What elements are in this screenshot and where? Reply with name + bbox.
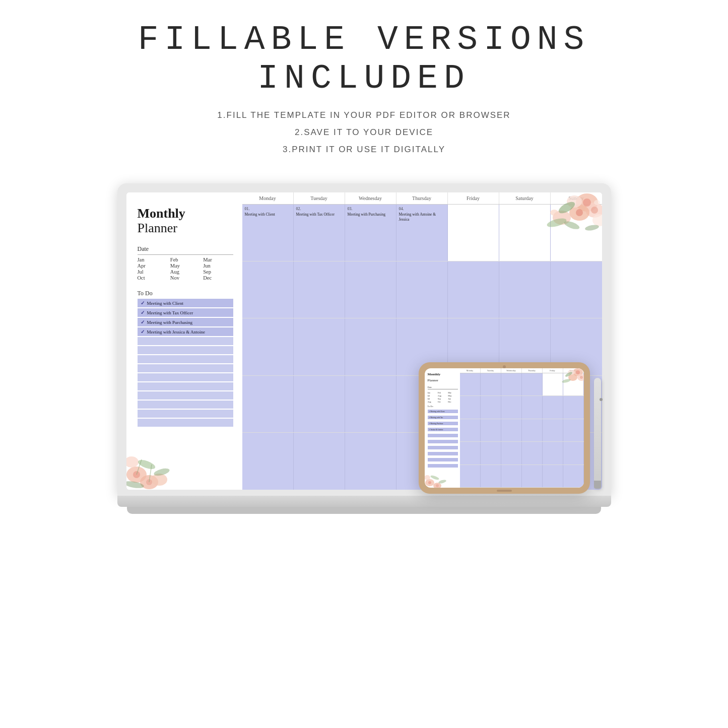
svg-point-7 xyxy=(591,207,598,214)
cal-cell-w2-2[interactable] xyxy=(294,261,345,318)
todo-item-5[interactable] xyxy=(138,337,233,345)
tablet-screen: Monthly Planner Date JanFebMar JulAugMay… xyxy=(425,368,584,488)
cal-cell-w5-1[interactable] xyxy=(242,433,294,490)
day-number: 01. xyxy=(245,207,291,211)
mini-floral-tr xyxy=(559,368,584,388)
month-jan[interactable]: Jan xyxy=(138,257,167,262)
cal-cell-02[interactable]: 02. Meeting with Tax Officer xyxy=(294,205,345,261)
mini-todo-9 xyxy=(428,458,458,461)
month-feb[interactable]: Feb xyxy=(170,257,200,262)
todo-item-11[interactable] xyxy=(138,391,233,400)
month-jun[interactable]: Jun xyxy=(203,263,233,269)
cal-cell-04[interactable]: 04. Meeting with Antoine & Jessica xyxy=(396,205,448,261)
stylus-tip xyxy=(594,481,601,489)
cal-cell-w2-3[interactable] xyxy=(345,261,396,318)
month-jul[interactable]: Jul xyxy=(138,269,167,275)
cal-cell-03[interactable]: 03. Meeting with Purchasing xyxy=(345,205,396,261)
cal-cell-w2-1[interactable] xyxy=(242,261,294,318)
header-wednesday: Wednesday xyxy=(345,192,396,204)
laptop-base xyxy=(117,496,611,507)
todo-item-8[interactable] xyxy=(138,364,233,372)
tablet-home-button xyxy=(497,490,512,492)
month-dec[interactable]: Dec xyxy=(203,275,233,281)
checkmark-icon: ✓ xyxy=(141,319,145,325)
checkmark-icon: ✓ xyxy=(141,329,145,335)
day-number: 02. xyxy=(296,207,342,211)
cal-cell-w2-5[interactable] xyxy=(448,261,499,318)
todo-list: ✓ Meeting with Client ✓ Meeting with Tax… xyxy=(138,299,233,427)
cal-cell-w2-7[interactable] xyxy=(551,261,602,318)
svg-point-37 xyxy=(428,481,431,484)
month-grid[interactable]: Jan Feb Mar Apr May Jun Jul Aug Sep Oct xyxy=(138,257,233,281)
cal-cell-w5-3[interactable] xyxy=(345,433,396,490)
mini-month-grid: JanFebMar JulAugMay JulSepJun AugOctDec xyxy=(428,391,458,403)
month-aug[interactable]: Aug xyxy=(170,269,200,275)
planner-title-monthly: Monthly Planner xyxy=(138,207,233,239)
month-oct[interactable]: Oct xyxy=(138,275,167,281)
mini-cal-body xyxy=(460,373,584,488)
mini-planner-sub: Planner xyxy=(428,378,458,382)
mini-date-label: Date xyxy=(428,386,458,389)
step-2: 2.SAVE IT TO YOUR DEVICE xyxy=(217,124,510,141)
todo-section: To Do ✓ Meeting with Client ✓ Meeting wi… xyxy=(138,290,233,427)
svg-point-30 xyxy=(576,370,580,374)
cal-cell-w3-2[interactable] xyxy=(294,318,345,375)
month-may[interactable]: May xyxy=(170,263,200,269)
todo-item-1[interactable]: ✓ Meeting with Client xyxy=(138,299,233,307)
cal-cell-01[interactable]: 01. Meeting with Client xyxy=(242,205,294,261)
header-monday: Monday xyxy=(242,192,294,204)
svg-point-14 xyxy=(594,200,600,205)
header-thursday: Thursday xyxy=(396,192,448,204)
todo-item-13[interactable] xyxy=(138,410,233,418)
day-event: Meeting with Tax Officer xyxy=(296,212,342,217)
todo-item-4[interactable]: ✓ Meeting with Jessica & Antoine xyxy=(138,327,233,336)
header-friday: Friday xyxy=(448,192,499,204)
mini-floral-bl xyxy=(425,468,447,488)
mini-todo-1: ✓ Meeting with Client xyxy=(428,410,458,413)
mini-planner-title: Monthly xyxy=(428,372,458,376)
mini-todo-4: ✓ Jessica & Antoine xyxy=(428,428,458,431)
svg-point-38 xyxy=(436,484,439,487)
stylus-button xyxy=(600,398,603,401)
svg-point-6 xyxy=(583,198,591,207)
cal-week-2 xyxy=(242,261,602,318)
todo-item-10[interactable] xyxy=(138,382,233,390)
todo-item-9[interactable] xyxy=(138,373,233,381)
laptop: Monthly Planner Date Jan Feb Mar Apr May xyxy=(117,183,611,514)
todo-item-3[interactable]: ✓ Meeting with Purchasing xyxy=(138,318,233,326)
day-event: Meeting with Purchasing xyxy=(348,212,393,217)
tablet-wrapper: Monthly Planner Date JanFebMar JulAugMay… xyxy=(419,362,601,494)
laptop-foot xyxy=(127,507,601,514)
mini-todo-7 xyxy=(428,446,458,449)
tablet-device: Monthly Planner Date JanFebMar JulAugMay… xyxy=(419,362,590,494)
month-mar[interactable]: Mar xyxy=(203,257,233,262)
page-title: FILLABLE VERSIONS INCLUDED xyxy=(30,20,698,98)
todo-item-6[interactable] xyxy=(138,346,233,354)
svg-point-31 xyxy=(580,376,583,379)
step-3: 3.PRINT IT OR USE IT DIGITALLY xyxy=(217,141,510,158)
month-nov[interactable]: Nov xyxy=(170,275,200,281)
checkmark-icon: ✓ xyxy=(141,300,145,306)
month-sep[interactable]: Sep xyxy=(203,269,233,275)
cal-cell-w2-4[interactable] xyxy=(396,261,448,318)
cal-cell-w4-3[interactable] xyxy=(345,376,396,432)
header-tuesday: Tuesday xyxy=(294,192,345,204)
cal-cell-w5-2[interactable] xyxy=(294,433,345,490)
cal-cell-w3-3[interactable] xyxy=(345,318,396,375)
todo-item-12[interactable] xyxy=(138,401,233,409)
cal-cell-w4-2[interactable] xyxy=(294,376,345,432)
cal-cell-05-empty[interactable] xyxy=(448,205,499,261)
mini-todo-3: ✓ Meeting Purchase xyxy=(428,422,458,425)
checkmark-icon: ✓ xyxy=(141,310,145,315)
cal-cell-w3-1[interactable] xyxy=(242,318,294,375)
cal-cell-w4-1[interactable] xyxy=(242,376,294,432)
todo-item-2[interactable]: ✓ Meeting with Tax Officer xyxy=(138,308,233,317)
mini-todo-8 xyxy=(428,452,458,455)
mini-todo-5 xyxy=(428,434,458,437)
svg-point-17 xyxy=(126,456,139,468)
month-apr[interactable]: Apr xyxy=(138,263,167,269)
mini-todo-10 xyxy=(428,464,458,468)
todo-item-7[interactable] xyxy=(138,355,233,363)
cal-cell-w2-6[interactable] xyxy=(499,261,551,318)
stylus xyxy=(594,378,601,489)
